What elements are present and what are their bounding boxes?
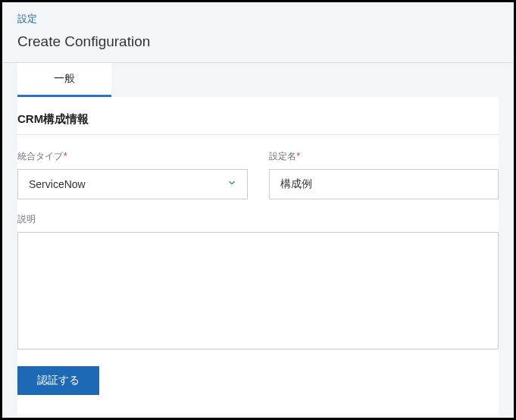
page-title: Create Configuration [2, 29, 514, 62]
breadcrumb: 設定 [2, 2, 514, 29]
input-config-name[interactable] [269, 169, 499, 199]
breadcrumb-link-settings[interactable]: 設定 [17, 13, 37, 24]
form-group-config-name: 設定名* [269, 150, 499, 199]
required-asterisk: * [297, 151, 301, 161]
label-config-name: 設定名* [269, 150, 499, 163]
textarea-description[interactable] [17, 232, 499, 349]
select-integration-type[interactable]: ServiceNow [17, 169, 248, 199]
form-group-description: 説明 [17, 213, 499, 349]
section-divider [17, 134, 499, 135]
required-asterisk: * [64, 151, 67, 161]
form-group-integration-type: 統合タイプ* ServiceNow [17, 150, 248, 199]
content-area: CRM構成情報 統合タイプ* ServiceNow [17, 97, 499, 415]
label-description: 説明 [17, 213, 499, 226]
tab-general[interactable]: 一般 [17, 63, 111, 97]
label-integration-type: 統合タイプ* [17, 150, 248, 163]
section-title: CRM構成情報 [17, 112, 499, 134]
tabs: 一般 [2, 63, 514, 97]
authenticate-button[interactable]: 認証する [17, 366, 99, 395]
